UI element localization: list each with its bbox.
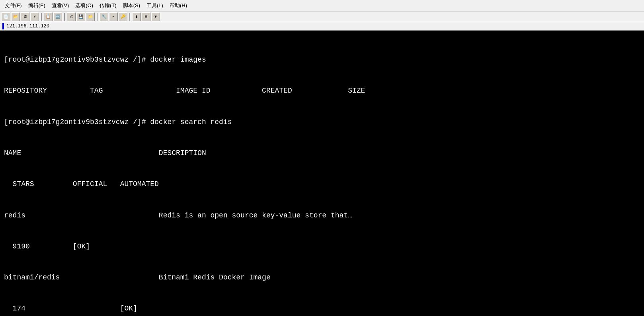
terminal-line-9: 174 [OK] — [4, 303, 640, 314]
addressbar: 121.196.111.120 — [0, 22, 644, 31]
toolbar-btn-4[interactable]: ⚡ — [30, 12, 39, 21]
terminal-line-8: bitnami/redis Bitnami Redis Docker Image — [4, 272, 640, 283]
terminal-line-3: [root@izbp17g2ontiv9b3stzvcwz /]# docker… — [4, 117, 640, 127]
menubar: 文件(F) 编辑(E) 查看(V) 选项(O) 传输(T) 脚本(S) 工具(L… — [2, 1, 642, 10]
toolbar-btn-9[interactable]: 🔧 — [100, 12, 108, 21]
terminal-line-1: [root@izbp17g2ontiv9b3stzvcwz /]# docker… — [4, 54, 640, 65]
toolbar-btn-7[interactable]: 💾 — [76, 12, 85, 21]
connection-indicator — [2, 23, 4, 29]
toolbar-sep-1 — [41, 13, 42, 21]
menu-tools[interactable]: 工具(L) — [145, 2, 165, 10]
toolbar-btn-6[interactable]: 🔤 — [53, 12, 62, 21]
terminal-line-2: REPOSITORY TAG IMAGE ID CREATED SIZE — [4, 85, 640, 96]
terminal-line-7: 9190 [OK] — [4, 241, 640, 252]
menu-options[interactable]: 选项(O) — [74, 2, 95, 10]
toolbar-btn-open[interactable]: 📂 — [11, 12, 20, 21]
toolbar-btn-5[interactable]: 📋 — [44, 12, 53, 21]
toolbar-btn-3[interactable]: 🖥 — [21, 12, 29, 21]
toolbar-sep-2 — [64, 13, 65, 21]
toolbar-btn-info[interactable]: ℹ — [132, 12, 141, 21]
menu-help[interactable]: 帮助(H) — [168, 2, 189, 10]
toolbar: 📄 📂 🖥 ⚡ 📋 🔤 🖨 💾 📁 🔧 ✂ 🔑 ℹ ⊞ ▼ — [0, 12, 644, 22]
toolbar-btn-window[interactable]: ⊞ — [142, 12, 150, 21]
menu-file[interactable]: 文件(F) — [3, 2, 23, 10]
toolbar-btn-new[interactable]: 📄 — [2, 12, 10, 21]
terminal[interactable]: [root@izbp17g2ontiv9b3stzvcwz /]# docker… — [0, 31, 644, 316]
toolbar-sep-3 — [97, 13, 98, 21]
terminal-line-6: redis Redis is an open source key-value … — [4, 210, 640, 221]
menu-view[interactable]: 查看(V) — [50, 2, 70, 10]
toolbar-btn-10[interactable]: ✂ — [109, 12, 118, 21]
ip-address: 121.196.111.120 — [6, 23, 49, 29]
toolbar-btn-print[interactable]: 🖨 — [67, 12, 76, 21]
terminal-line-4: NAME DESCRIPTION — [4, 148, 640, 158]
toolbar-btn-8[interactable]: 📁 — [86, 12, 95, 21]
menu-transfer[interactable]: 传输(T) — [98, 2, 118, 10]
toolbar-btn-key[interactable]: 🔑 — [119, 12, 127, 21]
toolbar-sep-4 — [129, 13, 130, 21]
menu-script[interactable]: 脚本(S) — [121, 2, 142, 10]
menu-edit[interactable]: 编辑(E) — [27, 2, 47, 10]
terminal-line-5: STARS OFFICIAL AUTOMATED — [4, 179, 640, 189]
toolbar-btn-down[interactable]: ▼ — [151, 12, 160, 21]
